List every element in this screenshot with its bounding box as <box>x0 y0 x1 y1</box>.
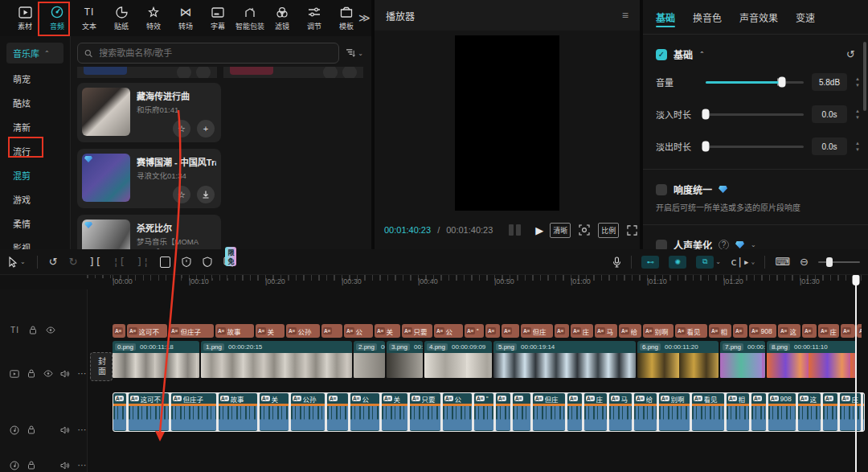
caption-audio-clip[interactable]: A≡ <box>496 393 510 431</box>
player-menu-icon[interactable]: ≡ <box>622 9 628 22</box>
caption-audio-clip[interactable]: A≡ <box>863 393 865 431</box>
sidebar-item-柔情[interactable]: 柔情 <box>0 211 70 236</box>
sidebar-item-混剪[interactable]: 混剪 <box>0 163 70 187</box>
caption-audio-clip[interactable]: A≡这 <box>798 393 821 431</box>
caption-audio-clip[interactable]: A≡只要 <box>410 393 440 431</box>
text-clip[interactable]: A≡给 <box>619 324 641 338</box>
tab-声音效果[interactable]: 声音效果 <box>739 2 778 32</box>
reset-icon[interactable]: ↺ <box>846 48 855 60</box>
音量-slider[interactable] <box>706 81 804 84</box>
chevron-down-icon[interactable]: ⌄ <box>751 241 756 248</box>
tab-变速[interactable]: 变速 <box>796 2 815 32</box>
text-clip[interactable]: A≡公 <box>344 324 373 338</box>
favorite-button[interactable]: ☆ <box>173 186 190 203</box>
basic-section-checkbox[interactable]: ✓ <box>656 49 667 60</box>
preview-axis-button[interactable]: ✺ <box>669 256 686 269</box>
text-clip[interactable]: A≡公 <box>434 324 463 338</box>
music-card-赛博国潮 - 中国风Trap[interactable]: 赛博国潮 - 中国风Trap寻浪文化01:34☆ <box>77 149 221 208</box>
sidebar-item-酷炫[interactable]: 酷炫 <box>0 91 70 115</box>
speaker-icon[interactable] <box>60 462 70 470</box>
text-clip[interactable]: A≡庄 <box>818 324 839 338</box>
caption-audio-clip[interactable]: A≡公孙 <box>291 393 325 431</box>
timeline-ruler[interactable]: |00:00|00:10|00:20|00:30|00:40|00:50|01:… <box>87 275 868 289</box>
caption-audio-clip[interactable]: A≡" <box>474 393 493 431</box>
stepper-icon[interactable]: ▲▼ <box>855 109 860 120</box>
zoom-out-icon[interactable]: ⊖ <box>800 256 809 268</box>
caption-audio-clip[interactable]: A≡别啊 <box>659 393 690 431</box>
text-clip[interactable]: A≡相 <box>709 324 731 338</box>
caption-audio-clip[interactable]: A≡庄 <box>840 393 861 431</box>
link-clips-button[interactable]: ⧉⌄ <box>696 256 721 269</box>
eye-icon[interactable] <box>45 326 55 334</box>
text-clip[interactable]: A≡看见 <box>675 324 707 338</box>
lock-icon[interactable] <box>27 425 36 434</box>
caption-audio-clip[interactable]: A≡ <box>751 393 766 431</box>
clarity-button[interactable]: 清晰 <box>550 223 571 238</box>
playhead[interactable] <box>855 275 857 472</box>
trim-left-icon[interactable]: ¦[ <box>113 256 125 268</box>
caption-audio-clip[interactable]: A≡关 <box>260 393 289 431</box>
caption-audio-clip[interactable]: A≡908 <box>768 393 796 431</box>
text-clip[interactable]: A≡这可不 <box>127 324 167 338</box>
preview-zoom-icon[interactable] <box>579 224 590 236</box>
speaker-icon[interactable] <box>60 370 70 378</box>
caption-audio-clip[interactable]: A≡看见 <box>692 393 724 431</box>
video-clip-3.png[interactable]: 3.png00:0 <box>387 341 423 379</box>
caption-audio-clip[interactable]: A≡这可不 <box>129 393 169 431</box>
download-button[interactable] <box>197 186 215 203</box>
text-clip[interactable]: A≡ <box>841 324 855 338</box>
video-clip-0.png[interactable]: 0.png00:00:11:18 <box>113 341 199 379</box>
caption-audio-clip[interactable]: A≡给 <box>634 393 657 431</box>
text-clip[interactable]: A≡ <box>733 324 747 338</box>
caption-audio-clip[interactable]: A≡ <box>113 393 126 431</box>
toolbar-item-音频[interactable]: 音频 <box>42 2 72 35</box>
video-clip-7.png[interactable]: 7.png00:00: <box>720 341 765 379</box>
split-cursor-button[interactable]: c|▸⌄ <box>731 256 755 268</box>
text-clip[interactable]: A≡但庄 <box>521 324 553 338</box>
video-clip-8.png[interactable]: 8.png00:00:11:10 <box>767 341 857 379</box>
toolbar-item-文本[interactable]: TI文本 <box>74 2 104 35</box>
lock-icon[interactable] <box>27 326 38 335</box>
music-card-杀死比尔[interactable]: 杀死比尔梦马音乐【MOMA Music】02:00☆ <box>77 215 221 249</box>
chevron-up-icon[interactable]: ⌃ <box>699 51 705 58</box>
toolbar-item-转场[interactable]: ⋈转场 <box>170 2 201 35</box>
frame-step-icon[interactable] <box>509 224 521 236</box>
text-clip[interactable]: A≡关 <box>375 324 400 338</box>
inspector-scrollbar[interactable] <box>863 42 866 111</box>
transcript-doc-icon[interactable]: 限免 <box>223 257 235 267</box>
caption-audio-clip[interactable]: A≡ <box>327 393 348 431</box>
shield-icon[interactable] <box>203 257 212 267</box>
record-voiceover-icon[interactable] <box>612 257 621 268</box>
sidebar-item-游戏[interactable]: 游戏 <box>0 187 70 211</box>
sidebar-item-流行[interactable]: 流行 <box>0 139 70 163</box>
speaker-icon[interactable] <box>60 426 70 434</box>
tab-换音色[interactable]: 换音色 <box>693 2 722 32</box>
toolbar-item-素材[interactable]: 素材 <box>10 2 40 35</box>
more-dots-icon[interactable]: ⋯ <box>77 425 87 435</box>
cover-button[interactable]: 封面 <box>90 352 113 381</box>
toolbar-item-智能包装[interactable]: 智能包装 <box>235 2 265 35</box>
caption-audio-clip[interactable]: A≡ <box>823 393 837 431</box>
timeline-view-icon[interactable]: ⌨ <box>775 256 790 268</box>
text-clip[interactable]: A≡908 <box>749 324 776 338</box>
text-clip[interactable]: A≡" <box>465 324 484 338</box>
vocal-beautify-checkbox[interactable] <box>656 240 667 250</box>
video-clip-2.png[interactable]: 2.png00:0 <box>354 341 385 379</box>
caption-audio-clip[interactable]: A≡关 <box>382 393 407 431</box>
text-clip[interactable]: A≡ <box>802 324 817 338</box>
select-tool-button[interactable]: ⌄ <box>8 257 26 268</box>
caption-audio-clip[interactable]: A≡马 <box>609 393 632 431</box>
text-clip[interactable]: A≡只要 <box>402 324 432 338</box>
caption-audio-clip[interactable]: A≡但庄 <box>533 393 565 431</box>
text-clip[interactable]: A≡公孙 <box>286 324 320 338</box>
音量-value[interactable]: 5.8dB <box>812 73 847 91</box>
more-dots-icon[interactable]: ⋯ <box>77 460 87 470</box>
eye-icon[interactable] <box>43 370 53 377</box>
text-clip[interactable]: A≡ <box>502 324 519 338</box>
redo-icon[interactable]: ↻ <box>69 256 78 268</box>
help-icon[interactable]: ? <box>719 240 729 249</box>
text-clip[interactable]: A≡ <box>485 324 500 338</box>
toolbar-item-字幕[interactable]: 字幕 <box>203 2 233 35</box>
stepper-icon[interactable]: ▲▼ <box>855 76 860 88</box>
video-clip-6.png[interactable]: 6.png00:00:11:20 <box>637 341 719 379</box>
